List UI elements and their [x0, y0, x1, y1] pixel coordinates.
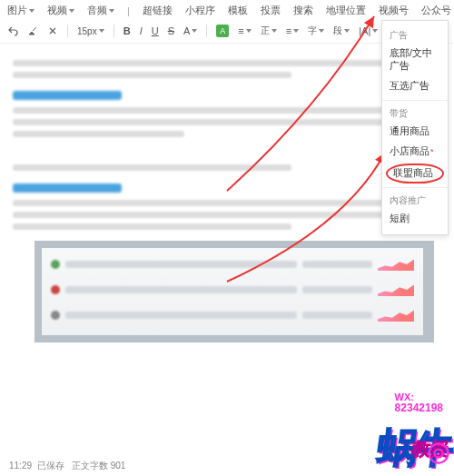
- strike-button[interactable]: S: [168, 25, 174, 36]
- paragraph-button[interactable]: 段: [333, 25, 350, 37]
- dropdown-section-promo: 内容推广: [382, 192, 448, 209]
- menu-audio[interactable]: 音频: [87, 4, 114, 17]
- undo-button[interactable]: [7, 25, 18, 36]
- brush-button[interactable]: [27, 25, 38, 36]
- menu-channel[interactable]: 视频号: [379, 4, 409, 17]
- menu-hyperlink[interactable]: 超链接: [143, 4, 173, 17]
- clear-format-button[interactable]: [47, 25, 58, 36]
- menu-template[interactable]: 模板: [228, 4, 248, 17]
- menu-image[interactable]: 图片: [7, 4, 35, 17]
- menu-search[interactable]: 搜索: [293, 4, 313, 17]
- monetize-dropdown: 广告 底部/文中广告 互选广告 带货 通用商品 小店商品* 联盟商品 内容推广 …: [381, 20, 449, 235]
- justify-button[interactable]: 正: [261, 25, 277, 37]
- menu-video[interactable]: 视频: [47, 4, 74, 17]
- dropdown-divider: [382, 187, 448, 188]
- dropdown-section-goods: 带货: [382, 104, 448, 122]
- bold-button[interactable]: B: [123, 25, 131, 36]
- dropdown-divider: [382, 100, 448, 101]
- menu-official-account[interactable]: 公众号: [421, 4, 451, 17]
- align-button[interactable]: ≡: [238, 25, 251, 36]
- top-menu: 图片 视频 音频 | 超链接 小程序 模板 投票 搜索 地理位置 视频号 公众号…: [0, 0, 454, 21]
- status-bar: 11:29 已保存 正文字数 901: [0, 456, 454, 476]
- status-wordcount: 正文字数 901: [72, 461, 125, 471]
- status-saved: 已保存: [37, 461, 64, 471]
- dropdown-item-alliance-goods[interactable]: 联盟商品: [386, 164, 444, 183]
- menu-miniprogram[interactable]: 小程序: [185, 4, 215, 17]
- font-size-select[interactable]: 15px: [77, 26, 104, 36]
- font-color-button[interactable]: A: [183, 25, 197, 36]
- embedded-screenshot: [35, 241, 434, 342]
- letterspace-button[interactable]: |A|: [359, 25, 378, 36]
- menu-separator: |: [127, 5, 130, 16]
- status-time: 11:29: [9, 461, 32, 471]
- toolbar-separator: [206, 25, 207, 37]
- menu-location[interactable]: 地理位置: [326, 4, 366, 17]
- dropdown-item-shortdrama[interactable]: 短剧: [382, 209, 448, 229]
- toolbar-separator: [67, 25, 68, 37]
- italic-button[interactable]: I: [140, 25, 143, 36]
- dropdown-item-generic-goods[interactable]: 通用商品: [382, 122, 448, 142]
- toolbar-separator: [114, 25, 114, 37]
- indent-button[interactable]: 字: [308, 25, 324, 37]
- linespace-button[interactable]: ≡: [286, 25, 299, 36]
- dropdown-section-ads: 广告: [382, 26, 448, 44]
- dropdown-item-interactive-ad[interactable]: 互选广告: [382, 76, 448, 96]
- dropdown-item-shop-goods[interactable]: 小店商品*: [382, 142, 448, 162]
- highlight-button[interactable]: A: [216, 25, 229, 37]
- underline-button[interactable]: U: [152, 25, 159, 36]
- menu-poll[interactable]: 投票: [261, 4, 281, 17]
- dropdown-item-bottom-mid-ad[interactable]: 底部/文中广告: [382, 44, 448, 76]
